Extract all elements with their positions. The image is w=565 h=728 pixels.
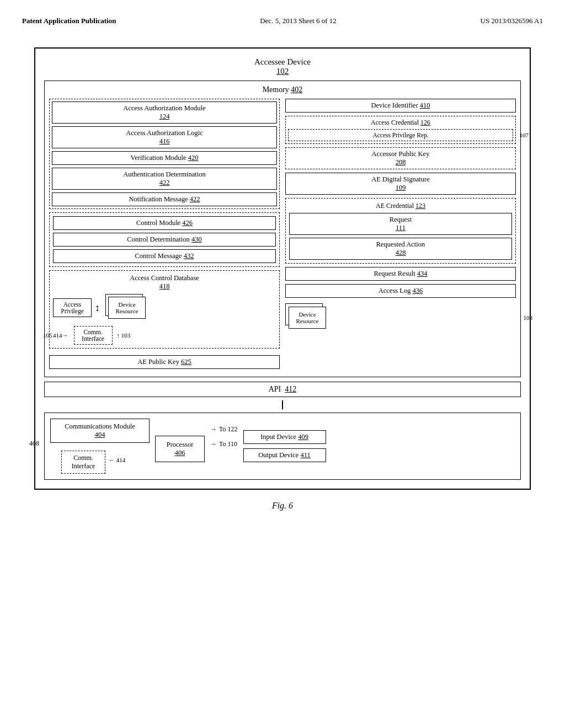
ud-arrows: ↕: [95, 302, 100, 314]
device-resource-area: Device Resource: [105, 294, 150, 322]
req-action-box: Requested Action 428: [289, 238, 512, 260]
auth-det-box: Authentication Determination 422: [52, 168, 277, 190]
api-row: API 412: [44, 382, 521, 397]
access-cred-outer: Access Credential 126 Access Privilege R…: [285, 116, 516, 144]
ctrl-module-box: Control Module 426: [53, 216, 276, 230]
fig-caption: Fig. 6: [22, 501, 543, 511]
acd-label: Access Control Database 418: [53, 274, 276, 291]
aal-box: Access Authorization Logic 416: [52, 126, 277, 148]
label-105: 105: [43, 332, 52, 339]
diagram-title: Accessee Device 102: [44, 57, 521, 76]
comm-interface-box: Comm.Interface: [74, 326, 113, 345]
main-diagram: Accessee Device 102 Memory 402 Access Au…: [34, 47, 531, 490]
memory-label: Memory 402: [49, 85, 516, 94]
aam-outer: Access Authorization Module 124 Access A…: [49, 99, 280, 209]
access-priv-rep-area: Access Privilege Rep. 107: [288, 129, 513, 141]
access-privilege-box: AccessPrivilege: [53, 298, 92, 317]
acd-inner: AccessPrivilege ↕ Device Resource: [53, 294, 276, 322]
access-log-box: Access Log 436: [285, 284, 516, 298]
memory-columns: Access Authorization Module 124 Access A…: [49, 99, 516, 372]
acd-outer: Access Control Database 418 AccessPrivil…: [49, 270, 280, 349]
comm-module-box: Communications Module 404: [50, 419, 150, 443]
access-cred-label: Access Credential 126: [288, 119, 513, 127]
to-110-line: → To 110: [210, 440, 238, 448]
aam-box: Access Authorization Module 124: [52, 101, 277, 124]
accessor-pk-box: Accessor Public Key 208: [285, 147, 516, 169]
ae-cred-outer: AE Credential 123 Request 111 Requested …: [285, 198, 516, 264]
ae-cred-label: AE Credential 123: [289, 202, 512, 210]
api-connector: [44, 400, 521, 409]
access-priv-rep-box: Access Privilege Rep.: [288, 129, 513, 141]
label-103-right: 103: [524, 314, 533, 321]
label-103-left: ↑ 103: [117, 332, 131, 339]
input-device-box: Input Device 409: [243, 430, 326, 444]
vm-box: Verification Module 420: [52, 151, 277, 165]
device-id-box: Device Identifier 410: [285, 99, 516, 113]
header-center: Dec. 5, 2013 Sheet 6 of 12: [260, 17, 337, 25]
to-122-line: → To 122: [210, 425, 238, 433]
req-result-box: Request Result 434: [285, 267, 516, 281]
processor-box: Processor 406: [155, 436, 205, 462]
ctrl-det-box: Control Determination 430: [53, 233, 276, 247]
bottom-414-label: ← 414: [109, 457, 125, 463]
ae-dig-sig-box: AE Digital Signature 109: [285, 173, 516, 195]
label-107: 107: [520, 132, 529, 138]
device-resource-right-box: DeviceResource: [289, 307, 326, 329]
device-resource-right: DeviceResource 103: [285, 303, 516, 334]
bottom-comm-interface-box: Comm.Interface: [61, 451, 105, 474]
memory-box: Memory 402 Access Authorization Module 1…: [44, 81, 521, 377]
device-resource-label: Device Resource: [109, 301, 145, 314]
arrow-414-label: 414→: [53, 332, 68, 339]
ae-public-key-box: AE Public Key 625: [49, 355, 280, 369]
header-left: Patent Application Publication: [22, 17, 116, 25]
comm-module-area: Communications Module 404 Comm.Interface…: [50, 419, 150, 474]
request-box: Request 111: [289, 213, 512, 235]
bottom-section: 408 Communications Module 404 Comm.Inter…: [44, 413, 521, 480]
header-right: US 2013/0326596 A1: [481, 17, 543, 25]
left-column: Access Authorization Module 124 Access A…: [49, 99, 280, 372]
page-header: Patent Application Publication Dec. 5, 2…: [22, 11, 543, 36]
control-module-outer: Control Module 426 Control Determination…: [49, 212, 280, 267]
label-408: 408: [29, 440, 39, 448]
ctrl-msg-box: Control Message 432: [53, 249, 276, 263]
bottom-comm-interface: Comm.Interface ← 414: [56, 446, 125, 474]
comm-interface-row: 105 414→ Comm.Interface ↑ 103: [53, 326, 276, 345]
right-devices: Input Device 409 Output Device 411: [243, 430, 326, 462]
to-labels: → To 122 → To 110: [210, 424, 238, 449]
notif-msg-box: Notification Message 422: [52, 192, 277, 206]
right-column: Device Identifier 410 Access Credential …: [285, 99, 516, 372]
output-device-box: Output Device 411: [243, 448, 326, 462]
